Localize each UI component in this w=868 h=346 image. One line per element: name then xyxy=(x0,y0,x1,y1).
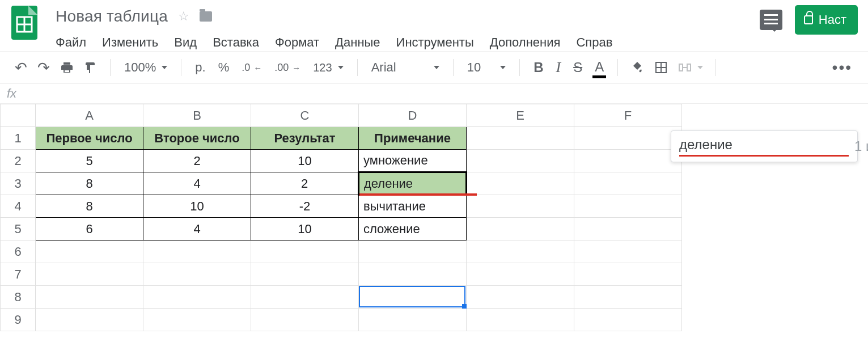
menu-tools[interactable]: Инструменты xyxy=(396,35,474,50)
cell-A8[interactable] xyxy=(36,286,143,309)
cell-E2[interactable] xyxy=(467,150,574,172)
cell-D6[interactable] xyxy=(359,240,467,263)
col-header-C[interactable]: C xyxy=(251,104,359,127)
merge-cells-button[interactable] xyxy=(674,58,708,77)
redo-button[interactable]: ↷ xyxy=(33,57,54,79)
cell-B2[interactable]: 2 xyxy=(143,150,251,172)
cell-F6[interactable] xyxy=(574,240,682,263)
decrease-decimal-button[interactable]: .0← xyxy=(236,60,268,76)
cell-F7[interactable] xyxy=(574,263,682,286)
paint-format-button[interactable] xyxy=(79,58,102,77)
cell-C8[interactable] xyxy=(251,286,359,309)
cell-B4[interactable]: 10 xyxy=(143,195,251,218)
cell-B6[interactable] xyxy=(143,240,251,263)
cell-E1[interactable] xyxy=(467,127,574,150)
percent-button[interactable]: % xyxy=(213,58,235,77)
more-options-button[interactable]: ••• xyxy=(827,56,858,79)
strikethrough-button[interactable]: S xyxy=(568,57,588,78)
cell-A9[interactable] xyxy=(36,309,143,331)
font-size-dropdown[interactable]: 10 xyxy=(461,58,511,77)
zoom-dropdown[interactable]: 100% xyxy=(118,58,173,77)
cell-A3[interactable]: 8 xyxy=(36,172,143,195)
cell-C3[interactable]: 2 xyxy=(251,172,359,195)
cell-A2[interactable]: 5 xyxy=(36,150,143,172)
cell-B7[interactable] xyxy=(143,263,251,286)
menu-edit[interactable]: Изменить xyxy=(102,35,158,50)
cell-F5[interactable] xyxy=(574,218,682,240)
col-header-E[interactable]: E xyxy=(467,104,574,127)
cell-F1[interactable] xyxy=(574,127,682,150)
cell-D1[interactable]: Примечание xyxy=(359,127,467,150)
row-header-9[interactable]: 9 xyxy=(1,309,36,331)
row-header-1[interactable]: 1 xyxy=(1,127,36,150)
find-input[interactable] xyxy=(679,137,849,157)
borders-button[interactable] xyxy=(650,58,672,77)
cell-C5[interactable]: 10 xyxy=(251,218,359,240)
row-header-3[interactable]: 3 xyxy=(1,172,36,195)
folder-icon[interactable] xyxy=(200,11,212,22)
cell-D8[interactable] xyxy=(359,286,467,309)
increase-decimal-button[interactable]: .00→ xyxy=(269,60,306,76)
row-header-5[interactable]: 5 xyxy=(1,218,36,240)
font-dropdown[interactable]: Arial xyxy=(366,58,445,77)
cell-C1[interactable]: Результат xyxy=(251,127,359,150)
cell-D3[interactable]: деление xyxy=(359,172,467,195)
cell-E9[interactable] xyxy=(467,309,574,331)
cell-C2[interactable]: 10 xyxy=(251,150,359,172)
cell-F8[interactable] xyxy=(574,286,682,309)
cell-D2[interactable]: умножение xyxy=(359,150,467,172)
menu-format[interactable]: Формат xyxy=(275,35,319,50)
share-button[interactable]: Наст xyxy=(795,5,858,35)
cell-A7[interactable] xyxy=(36,263,143,286)
cell-B3[interactable]: 4 xyxy=(143,172,251,195)
cell-C7[interactable] xyxy=(251,263,359,286)
row-header-4[interactable]: 4 xyxy=(1,195,36,218)
formula-input[interactable] xyxy=(24,87,861,100)
menu-view[interactable]: Вид xyxy=(174,35,197,50)
menu-file[interactable]: Файл xyxy=(56,35,86,50)
cell-D5[interactable]: сложение xyxy=(359,218,467,240)
row-header-8[interactable]: 8 xyxy=(1,286,36,309)
undo-button[interactable]: ↶ xyxy=(10,57,32,79)
cell-A4[interactable]: 8 xyxy=(36,195,143,218)
print-button[interactable] xyxy=(56,58,78,77)
cell-E5[interactable] xyxy=(467,218,574,240)
cell-E4[interactable] xyxy=(467,195,574,218)
cell-B1[interactable]: Второе число xyxy=(143,127,251,150)
document-title[interactable]: Новая таблица xyxy=(56,7,168,26)
row-header-7[interactable]: 7 xyxy=(1,263,36,286)
cell-A1[interactable]: Первое число xyxy=(36,127,143,150)
number-format-dropdown[interactable]: 123 xyxy=(307,59,349,77)
cell-F4[interactable] xyxy=(574,195,682,218)
row-header-2[interactable]: 2 xyxy=(1,150,36,172)
comments-icon[interactable] xyxy=(760,10,782,30)
cell-E6[interactable] xyxy=(467,240,574,263)
star-icon[interactable]: ☆ xyxy=(178,9,189,24)
menu-data[interactable]: Данные xyxy=(335,35,380,50)
text-color-button[interactable]: A xyxy=(589,57,609,78)
fill-color-button[interactable] xyxy=(626,58,649,77)
cell-B9[interactable] xyxy=(143,309,251,331)
menu-addons[interactable]: Дополнения xyxy=(490,35,561,50)
col-header-F[interactable]: F xyxy=(574,104,682,127)
cell-D9[interactable] xyxy=(359,309,467,331)
col-header-A[interactable]: A xyxy=(36,104,143,127)
cell-D4[interactable]: вычитание xyxy=(359,195,467,218)
col-header-B[interactable]: B xyxy=(143,104,251,127)
cell-A6[interactable] xyxy=(36,240,143,263)
cell-D7[interactable] xyxy=(359,263,467,286)
cell-E3[interactable] xyxy=(467,172,574,195)
select-all-corner[interactable] xyxy=(1,104,36,127)
menu-insert[interactable]: Вставка xyxy=(213,35,259,50)
menu-help[interactable]: Справ xyxy=(576,35,612,50)
cell-A5[interactable]: 6 xyxy=(36,218,143,240)
cell-C4[interactable]: -2 xyxy=(251,195,359,218)
currency-button[interactable]: р. xyxy=(189,58,211,77)
cell-B8[interactable] xyxy=(143,286,251,309)
row-header-6[interactable]: 6 xyxy=(1,240,36,263)
cell-E8[interactable] xyxy=(467,286,574,309)
cell-F3[interactable] xyxy=(574,172,682,195)
cell-C6[interactable] xyxy=(251,240,359,263)
cell-E7[interactable] xyxy=(467,263,574,286)
italic-button[interactable]: I xyxy=(550,57,566,78)
